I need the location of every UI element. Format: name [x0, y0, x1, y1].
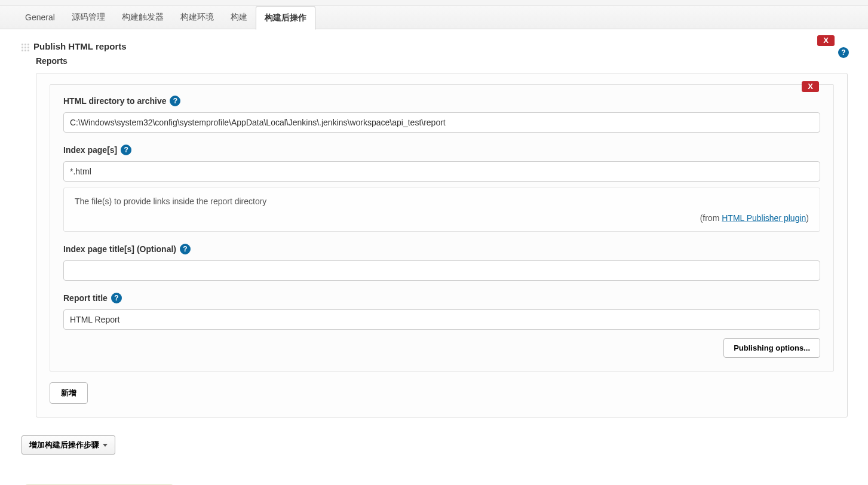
- index-titles-label: Index page title[s] (Optional) ?: [63, 244, 820, 254]
- delete-report-button[interactable]: X: [802, 81, 819, 92]
- report-entry: X HTML directory to archive ? Index page…: [50, 84, 834, 372]
- reports-label: Reports: [12, 56, 856, 73]
- help-icon[interactable]: ?: [121, 145, 131, 155]
- index-pages-input[interactable]: [63, 161, 820, 182]
- index-pages-help: The file(s) to provide links inside the …: [63, 188, 820, 232]
- tab-post-build[interactable]: 构建后操作: [256, 6, 315, 30]
- help-icon[interactable]: ?: [111, 293, 122, 303]
- tab-scm[interactable]: 源码管理: [63, 5, 114, 29]
- add-post-build-step-button[interactable]: 增加构建后操作步骤: [22, 435, 115, 455]
- tab-build[interactable]: 构建: [222, 5, 256, 29]
- index-pages-label: Index page[s] ?: [63, 145, 820, 155]
- add-report-button[interactable]: 新增: [50, 382, 88, 404]
- index-titles-input[interactable]: [63, 260, 820, 281]
- publish-html-section: X ? Publish HTML reports Reports X HTML …: [12, 39, 856, 418]
- publishing-options-button[interactable]: Publishing options...: [723, 338, 820, 358]
- help-icon[interactable]: ?: [180, 244, 191, 254]
- chevron-down-icon: [103, 444, 108, 447]
- reports-panel: X HTML directory to archive ? Index page…: [36, 73, 848, 418]
- help-icon[interactable]: ?: [838, 47, 849, 58]
- plugin-link[interactable]: HTML Publisher plugin: [722, 213, 806, 223]
- tabs-bar: General 源码管理 构建触发器 构建环境 构建 构建后操作: [0, 5, 868, 29]
- html-dir-label: HTML directory to archive ?: [63, 96, 820, 106]
- report-title-input[interactable]: [63, 309, 820, 330]
- tab-build-env[interactable]: 构建环境: [172, 5, 222, 29]
- help-source: (from HTML Publisher plugin): [75, 213, 809, 223]
- help-icon[interactable]: ?: [170, 96, 180, 106]
- delete-section-button[interactable]: X: [817, 35, 835, 46]
- tab-general[interactable]: General: [17, 5, 63, 29]
- section-title: Publish HTML reports: [12, 39, 856, 56]
- report-title-label: Report title ?: [63, 293, 820, 303]
- drag-handle-icon[interactable]: [22, 44, 30, 52]
- help-text: The file(s) to provide links inside the …: [75, 197, 809, 206]
- html-dir-input[interactable]: [63, 112, 820, 133]
- tab-triggers[interactable]: 构建触发器: [114, 5, 172, 29]
